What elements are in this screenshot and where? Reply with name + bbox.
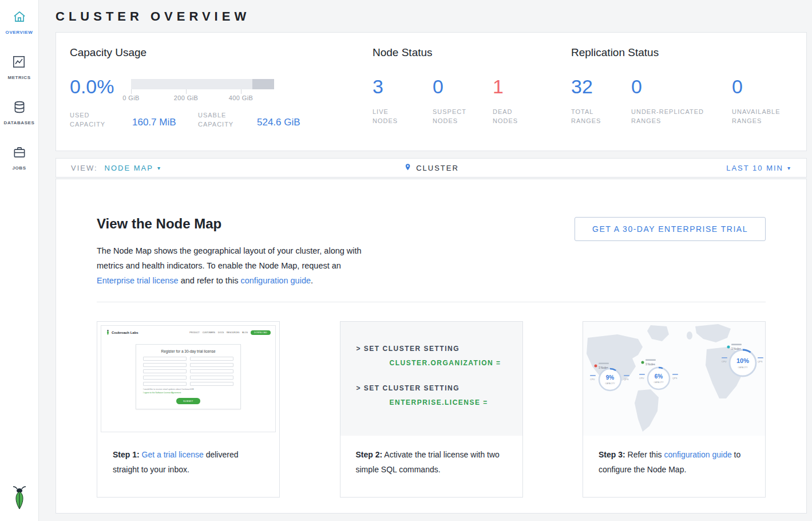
thumb-input [143,363,187,367]
svg-text:QPS: QPS [672,377,678,380]
capacity-gauge-label: CAPACITY [605,382,615,385]
cluster-breadcrumb-label: CLUSTER [416,164,459,172]
thumb-input [190,369,233,373]
step-1-caption: Step 1: Get a trial license delivered st… [97,436,279,477]
briefcase-icon [12,145,27,162]
step-3-card: 3 Nodes 9% CAPACITY CPU QPS [583,321,766,498]
svg-text:QPS: QPS [758,360,763,363]
cluster-summary-card: Capacity Usage 0.0% 0 GiB [56,32,807,151]
thumb-input [143,357,187,361]
suspect-nodes-label: SUSPECT NODES [433,107,468,125]
under-replicated-value: 0 [631,75,732,98]
dead-nodes-label: DEAD NODES [493,107,528,125]
app-root: OVERVIEW METRICS DATABASES [0,0,812,521]
capacity-gauge-label: CAPACITY [738,366,748,369]
tick-label-0: 0 GiB [122,94,140,101]
thumb-license-note: I agree to the Software License Agreemen… [143,392,233,394]
tick-label-200: 200 GiB [174,94,199,101]
sidebar-item-label: JOBS [12,165,26,171]
sidebar-item-label: METRICS [7,75,30,80]
capacity-gauge-value: 10% [736,357,749,364]
caret-down-icon: ▾ [157,165,161,171]
step-3-map-preview: 3 Nodes 9% CAPACITY CPU QPS [583,322,765,436]
cluster-breadcrumb[interactable]: CLUSTER [403,163,459,173]
total-ranges-label: TOTAL RANGES [571,107,605,125]
total-ranges-stat: 32 TOTAL RANGES [571,75,631,125]
node-map-title: View the Node Map [97,216,366,232]
sidebar: OVERVIEW METRICS DATABASES [0,0,39,521]
home-icon [12,9,27,26]
sidebar-item-jobs[interactable]: JOBS [12,145,27,171]
dead-nodes-stat: 1 DEAD NODES [493,75,553,125]
database-icon [12,100,27,117]
cockroach-bug-icon[interactable] [11,486,27,513]
capacity-bar-ticks [131,89,274,94]
tick-label-400: 400 GiB [229,94,253,101]
capacity-gauge-label: CAPACITY [653,381,664,384]
thumb-input [143,369,187,373]
replication-status-section: Replication Status 32 TOTAL RANGES 0 UND… [571,46,792,137]
node-map-description: The Node Map shows the geographical layo… [97,243,366,288]
chart-icon [11,54,26,72]
node-status-section: Node Status 3 LIVE NODES 0 SUSPECT NODES… [373,46,571,137]
step-2-code-block: > SET CLUSTER SETTING CLUSTER.ORGANIZATI… [340,322,522,436]
view-bar: VIEW: NODE MAP ▾ CLUSTER LAST 10 MIN ▾ [56,158,807,177]
thumb-brand: Cockroach Labs [112,331,138,334]
thumb-input [190,382,233,386]
unavailable-ranges-stat: 0 UNAVAILABLE RANGES [732,75,792,125]
main-content: CLUSTER OVERVIEW Capacity Usage 0.0% [39,0,812,521]
sidebar-item-label: DATABASES [4,120,35,125]
page-title: CLUSTER OVERVIEW [56,9,807,24]
replication-status-title: Replication Status [571,46,792,59]
sidebar-item-metrics[interactable]: METRICS [7,54,30,80]
sql-setting: ENTERPRISE.LICENSE = [390,398,522,406]
step-3-caption: Step 3: Refer this configuration guide t… [583,436,765,477]
thumb-input [190,376,233,380]
view-selector-dropdown[interactable]: NODE MAP ▾ [105,164,161,172]
thumb-register-form: Register for a 30-day trial license [136,344,241,409]
svg-text:QPS: QPS [624,378,629,381]
suspect-nodes-value: 0 [433,75,493,98]
thumb-form-title: Register for a 30-day trial license [143,349,233,353]
svg-text:CPU: CPU [639,377,644,380]
step-1-card: Cockroach Labs PRODUCT CUSTOMERS DOCS RE… [97,321,280,498]
sql-command: > SET CLUSTER SETTING [357,345,522,353]
sidebar-item-databases[interactable]: DATABASES [4,100,35,125]
sql-command: > SET CLUSTER SETTING [357,384,522,392]
step-2-caption: Step 2: Activate the trial license with … [340,436,522,477]
configuration-guide-link[interactable]: configuration guide [664,450,731,459]
node-map-card: View the Node Map The Node Map shows the… [56,179,807,514]
enterprise-trial-license-link[interactable]: Enterprise trial license [97,276,179,285]
svg-text:CPU: CPU [722,360,727,363]
capacity-bar: 0 GiB 200 GiB 400 GiB [131,75,274,102]
region-nodes-label: 3 Nodes [645,363,656,366]
total-ranges-value: 32 [571,75,631,98]
sql-setting: CLUSTER.ORGANIZATION = [390,359,522,367]
time-range-dropdown[interactable]: LAST 10 MIN ▾ [726,164,791,172]
step-2-card: > SET CLUSTER SETTING CLUSTER.ORGANIZATI… [340,321,523,498]
node-status-title: Node Status [373,46,571,59]
unavailable-ranges-label: UNAVAILABLE RANGES [732,107,789,125]
under-replicated-label: UNDER-REPLICATED RANGES [631,107,717,125]
unavailable-ranges-value: 0 [732,75,792,98]
sidebar-item-overview[interactable]: OVERVIEW [6,9,33,35]
live-nodes-label: LIVE NODES [373,107,408,125]
thumb-input [143,382,187,386]
get-trial-license-link[interactable]: Get a trial license [142,450,204,459]
svg-text:CPU: CPU [590,378,595,381]
capacity-bar-segment [252,79,274,89]
thumb-submit-button: SUBMIT [176,398,200,404]
used-capacity-value: 160.7 MiB [132,117,198,129]
enterprise-trial-button[interactable]: GET A 30-DAY ENTERPRISE TRIAL [575,217,766,241]
configuration-guide-link[interactable]: configuration guide [240,276,311,285]
thumb-nav: PRODUCT CUSTOMERS DOCS RESOURCES BLOG [189,331,248,334]
caret-down-icon: ▾ [787,165,791,171]
capacity-usage-title: Capacity Usage [70,46,373,59]
step-1-screenshot: Cockroach Labs PRODUCT CUSTOMERS DOCS RE… [97,322,279,436]
capacity-usage-section: Capacity Usage 0.0% 0 GiB [70,46,373,137]
usable-capacity-label: USABLE CAPACITY [198,110,252,129]
divider [97,302,766,302]
cockroach-bug-icon [106,329,110,336]
sidebar-item-label: OVERVIEW [6,30,33,35]
live-nodes-stat: 3 LIVE NODES [373,75,433,125]
